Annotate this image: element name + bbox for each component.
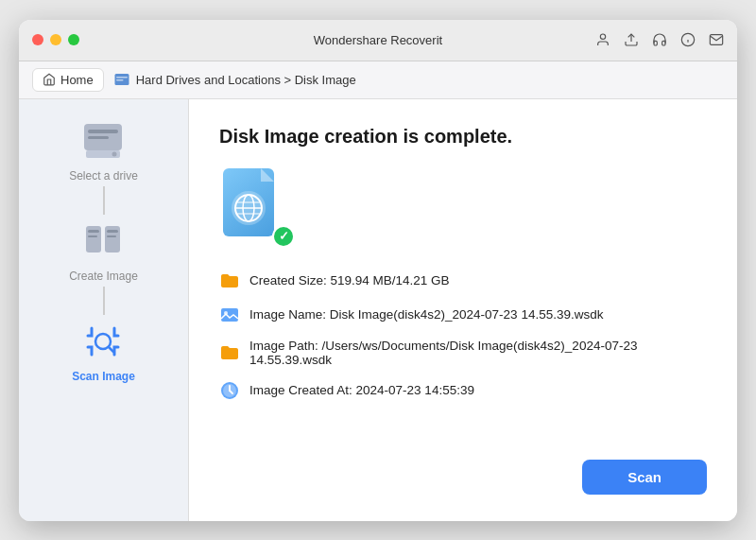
person-icon[interactable] (595, 32, 610, 47)
titlebar-icons (595, 32, 724, 47)
create-image-label: Create Image (69, 270, 138, 283)
svg-point-0 (600, 34, 605, 39)
sidebar-step-create-image: Create Image (69, 218, 138, 283)
breadcrumb-text: Hard Drives and Locations > Disk Image (136, 73, 356, 87)
bottom-bar: Scan (219, 448, 707, 495)
clock-icon (219, 380, 240, 401)
folder-icon-1 (219, 270, 240, 291)
content-area: Disk Image creation is complete. (189, 99, 737, 521)
mail-icon[interactable] (709, 32, 724, 47)
completion-badge: ✓ (272, 225, 295, 248)
upload-icon[interactable] (624, 32, 639, 47)
scan-button[interactable]: Scan (582, 460, 707, 495)
info-item-image-path: Image Path: /Users/ws/Documents/Disk Ima… (219, 339, 707, 367)
image-icon (219, 305, 240, 325)
svg-line-20 (109, 347, 113, 352)
svg-rect-28 (221, 308, 238, 322)
create-image-svg (78, 218, 128, 264)
sidebar: Select a drive Create Im (19, 99, 189, 521)
step-connector-1 (103, 186, 105, 215)
maximize-button[interactable] (68, 34, 79, 45)
image-path-text: Image Path: /Users/ws/Documents/Disk Ima… (249, 339, 707, 367)
info-icon[interactable] (680, 32, 696, 47)
image-name-text: Image Name: Disk Image(disk4s2)_2024-07-… (249, 307, 603, 322)
scan-image-label: Scan Image (72, 370, 135, 383)
main-window: Wondershare Recoverit (19, 20, 737, 521)
content-title: Disk Image creation is complete. (219, 126, 707, 148)
select-drive-label: Select a drive (69, 169, 138, 183)
close-button[interactable] (32, 34, 43, 45)
info-list: Created Size: 519.94 MB/14.21 GB Image N… (219, 270, 707, 448)
svg-point-12 (112, 151, 117, 156)
image-created-text: Image Created At: 2024-07-23 14:55:39 (249, 383, 474, 397)
home-icon (43, 73, 56, 86)
home-button[interactable]: Home (32, 68, 104, 92)
create-image-icon (77, 218, 129, 264)
headset-icon[interactable] (652, 32, 667, 47)
step-connector-2 (103, 287, 105, 315)
drive-icon (78, 120, 128, 162)
info-item-image-created: Image Created At: 2024-07-23 14:55:39 (219, 380, 707, 401)
check-icon: ✓ (279, 229, 289, 243)
svg-rect-9 (88, 130, 118, 133)
svg-rect-16 (88, 235, 97, 237)
home-label: Home (60, 73, 94, 87)
svg-rect-17 (107, 230, 118, 233)
svg-rect-10 (88, 136, 109, 139)
sidebar-step-select-drive: Select a drive (69, 118, 138, 183)
sidebar-step-scan-image: Scan Image (72, 319, 135, 383)
disk-nav-icon (113, 71, 130, 88)
minimize-button[interactable] (50, 34, 61, 45)
svg-rect-7 (116, 79, 124, 81)
titlebar: Wondershare Recoverit (19, 20, 737, 61)
window-title: Wondershare Recoverit (314, 33, 442, 47)
scan-image-svg (78, 319, 128, 364)
navbar: Home Hard Drives and Locations > Disk Im… (19, 61, 737, 99)
breadcrumb: Hard Drives and Locations > Disk Image (113, 71, 356, 88)
info-item-created-size: Created Size: 519.94 MB/14.21 GB (219, 270, 707, 291)
created-size-text: Created Size: 519.94 MB/14.21 GB (249, 273, 450, 287)
svg-rect-18 (107, 235, 116, 237)
main-content: Select a drive Create Im (19, 99, 737, 521)
file-icon-container: ✓ (219, 166, 295, 252)
svg-rect-6 (116, 77, 128, 78)
info-item-image-name: Image Name: Disk Image(disk4s2)_2024-07-… (219, 305, 707, 325)
folder-icon-2 (219, 342, 240, 363)
traffic-lights (32, 34, 79, 45)
select-drive-icon (77, 118, 129, 164)
scan-image-icon (77, 319, 129, 364)
svg-rect-15 (88, 230, 99, 233)
